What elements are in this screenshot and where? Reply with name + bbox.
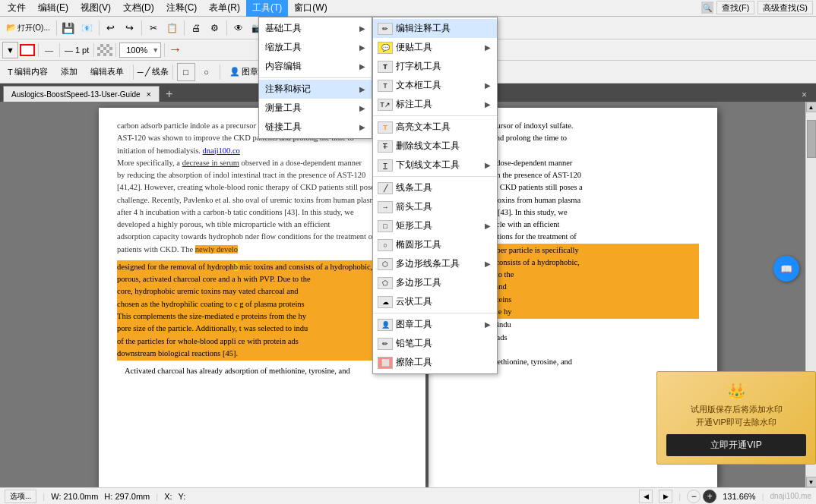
menu-zoom-tools[interactable]: 缩放工具 ▶ <box>259 38 372 57</box>
scroll-down-button[interactable]: ▼ <box>806 477 817 487</box>
find-button[interactable]: 查找(F) <box>716 1 754 14</box>
menu-basic-tools[interactable]: 基础工具 ▶ <box>259 19 372 38</box>
redo-button[interactable]: ↪ <box>121 19 139 37</box>
zoom-in-button[interactable]: + <box>703 490 716 503</box>
vip-crown-icon: 👑 <box>666 380 806 403</box>
tab-add-button[interactable]: + <box>160 87 179 102</box>
submenu-eraser[interactable]: ⬜ 擦除工具 <box>373 353 497 372</box>
rect-tool[interactable]: □ <box>177 63 195 81</box>
menu-item-comment[interactable]: 注释(C) <box>160 0 204 17</box>
toolbar-sep5 <box>226 20 227 36</box>
zoom-input-wrapper[interactable]: ▼ <box>119 43 161 58</box>
submenu-pencil[interactable]: ✏ 铅笔工具 <box>373 334 497 353</box>
toolbar-sep10 <box>115 43 116 57</box>
document-tab[interactable]: Auslogics-BoostSpeed-13-User-Guide × <box>3 86 160 102</box>
submenu-sep2 <box>373 176 497 177</box>
menu-annotate[interactable]: 注释和标记 ▶ <box>259 80 372 99</box>
foxit-float-button[interactable]: 📖 <box>773 256 799 282</box>
annotation-submenu: ✏ 编辑注释工具 💬 便贴工具 ▶ T 打字机工具 T 文本框工具 ▶ <box>372 17 498 374</box>
save-button[interactable]: 💾 <box>59 19 77 37</box>
copy-button[interactable]: 📋 <box>163 19 182 37</box>
submenu-sep1 <box>373 115 497 116</box>
cloud-icon: ☁ <box>378 296 393 308</box>
tools-arrow-indicator: → <box>168 42 182 58</box>
scroll-up-button[interactable]: ▲ <box>806 102 817 112</box>
select-options-button[interactable]: 选项... <box>5 490 36 503</box>
select-tool-button[interactable]: ▼ <box>2 42 18 58</box>
vip-text2: 开通VIP即可去除水印 <box>666 416 806 429</box>
submenu-sticky[interactable]: 💬 便贴工具 ▶ <box>373 38 497 57</box>
email-button[interactable]: 📧 <box>78 19 96 37</box>
toolbar-sep12 <box>133 65 134 80</box>
circle-tool[interactable]: ○ <box>198 63 216 81</box>
menu-item-document[interactable]: 文档(D) <box>117 0 160 17</box>
watermark-logo: dnaji100.me <box>770 492 811 500</box>
toolbar-sep3 <box>141 20 142 36</box>
nav-prev-button[interactable]: ◀ <box>639 490 653 503</box>
menu-measure[interactable]: 测量工具 ▶ <box>259 99 372 118</box>
toolbar-sep7 <box>38 43 39 57</box>
tab-close-all-button[interactable]: × <box>795 88 813 102</box>
submenu-highlight[interactable]: T 高亮文本工具 <box>373 118 497 137</box>
pencil-icon: ✏ <box>378 338 393 350</box>
status-sep1: | <box>43 492 45 501</box>
rectangle-icon: □ <box>378 220 393 232</box>
menu-item-edit[interactable]: 编辑(E) <box>32 0 74 17</box>
toolbar-sep8 <box>59 43 60 57</box>
menu-item-tools[interactable]: 工具(T) <box>246 0 288 17</box>
submenu-sep3 <box>373 313 497 313</box>
typewriter-icon: T <box>378 61 393 73</box>
edit-content-button[interactable]: T 编辑内容 <box>2 63 53 81</box>
submenu-arrow[interactable]: → 箭头工具 <box>373 197 497 216</box>
vip-popup: 👑 试用版保存后将添加水印 开通VIP即可去除水印 立即开通VIP <box>656 371 816 465</box>
status-bar: 选项... | W: 210.0mm H: 297.0mm | X: Y: ◀ … <box>0 487 816 504</box>
scroll-thumb[interactable] <box>807 120 816 158</box>
menu-link[interactable]: 链接工具 ▶ <box>259 118 372 137</box>
zoom-out-button[interactable]: − <box>687 490 701 503</box>
zoom-percent: 131.66% <box>723 492 755 501</box>
line-icon: ╱ <box>378 182 393 194</box>
settings-button[interactable]: ⚙ <box>206 19 224 37</box>
add-button[interactable]: 添加 <box>55 63 83 81</box>
submenu-polyline[interactable]: ⬡ 多边形线条工具 ▶ <box>373 254 497 273</box>
submenu-typewriter[interactable]: T 打字机工具 <box>373 57 497 76</box>
toolbar-sep13 <box>172 65 173 80</box>
submenu-line[interactable]: ╱ 线条工具 <box>373 178 497 197</box>
stamp-button[interactable]: 👤 图章 <box>224 63 264 81</box>
color-picker[interactable] <box>20 44 35 56</box>
search-icon: 🔍 <box>701 2 713 14</box>
menu-item-window[interactable]: 窗口(W) <box>288 0 333 17</box>
submenu-underline[interactable]: T 下划线文本工具 ▶ <box>373 156 497 175</box>
vip-button[interactable]: 立即开通VIP <box>666 434 806 456</box>
submenu-polygon[interactable]: ⬠ 多边形工具 <box>373 273 497 292</box>
menu-item-file[interactable]: 文件 <box>2 0 32 17</box>
submenu-edit-annotate[interactable]: ✏ 编辑注释工具 <box>373 19 497 38</box>
advanced-search-button[interactable]: 高级查找(S) <box>757 1 813 14</box>
strikeout-icon: T̶ <box>378 140 393 153</box>
submenu-callout[interactable]: T↗ 标注工具 ▶ <box>373 95 497 114</box>
submenu-textbox[interactable]: T 文本框工具 ▶ <box>373 76 497 95</box>
tools-dropdown-menu: 基础工具 ▶ 缩放工具 ▶ 内容编辑 ▶ 注释和标记 ▶ 测量工具 ▶ 链接工具… <box>258 17 372 139</box>
highlighted-paragraph: designed for the removal of hydrophb mic… <box>117 260 407 361</box>
edit-annotate-icon: ✏ <box>378 23 393 35</box>
zoom-input[interactable] <box>122 46 152 55</box>
toolbar-sep4 <box>184 20 185 36</box>
vip-text1: 试用版保存后将添加水印 <box>666 403 806 416</box>
checkerboard-icon <box>97 44 112 56</box>
edit-form-button[interactable]: 编辑表单 <box>85 63 129 81</box>
submenu-strikeout[interactable]: T̶ 删除线文本工具 <box>373 137 497 156</box>
submenu-ellipse[interactable]: ○ 椭圆形工具 <box>373 235 497 254</box>
print-button[interactable]: 🖨 <box>187 19 205 37</box>
menu-item-view[interactable]: 视图(V) <box>74 0 117 17</box>
submenu-stamp[interactable]: 👤 图章工具 ▶ <box>373 315 497 334</box>
menu-item-table[interactable]: 表单(R) <box>203 0 246 17</box>
undo-button[interactable]: ↩ <box>102 19 120 37</box>
cut-button[interactable]: ✂ <box>144 19 163 37</box>
submenu-rectangle[interactable]: □ 矩形工具 ▶ <box>373 216 497 235</box>
menu-content-edit[interactable]: 内容编辑 ▶ <box>259 57 372 76</box>
open-button[interactable]: 📂 打开(O)... <box>2 19 54 37</box>
preview-button[interactable]: 👁 <box>229 19 248 37</box>
toolbar-sep1 <box>56 20 57 36</box>
submenu-cloud[interactable]: ☁ 云状工具 <box>373 292 497 311</box>
nav-next-button[interactable]: ▶ <box>659 490 672 503</box>
